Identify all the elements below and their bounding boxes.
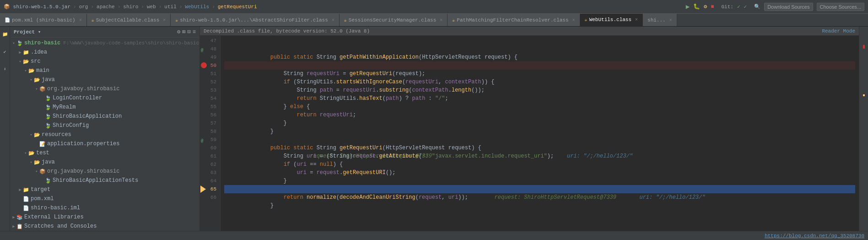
- sidebar-collapse-icon[interactable]: ⊟: [188, 28, 191, 35]
- tab-webutils[interactable]: ☕ WebUtils.class ×: [580, 14, 643, 27]
- tree-item-java-test[interactable]: ▾ 📂 java: [10, 158, 199, 167]
- tree-item-app-props[interactable]: ▶ 📝 application.properties: [10, 139, 199, 148]
- sidebar-gear-icon[interactable]: ≡: [193, 29, 196, 35]
- tree-item-my-realm[interactable]: ▶ 🍃 MyRealm: [10, 103, 199, 112]
- top-bar-right: ▶ 🐛 ⚙ ■ Git: ✓ ✓ 🔍 Download Sources Choo…: [686, 3, 864, 11]
- tab-close-4[interactable]: ×: [572, 18, 575, 23]
- top-bar: 📦 shiro-web-1.5.0.jar › org › apache › s…: [0, 0, 868, 14]
- idea-label: .idea: [31, 49, 47, 55]
- tree-item-pom[interactable]: ▶ 📄 pom.xml: [10, 194, 199, 203]
- mr-label: MyRealm: [53, 104, 75, 110]
- pkg1-icon: 📦: [39, 86, 46, 92]
- status-link[interactable]: https://blog.csdn.net/qq_35208730: [765, 233, 864, 239]
- breadcrumb-jar[interactable]: 📦 shiro-web-1.5.0.jar: [4, 4, 70, 10]
- breadcrumb-web[interactable]: web: [147, 4, 156, 10]
- stop-icon[interactable]: ■: [711, 4, 714, 10]
- tree-item-java[interactable]: ▾ 📂 java: [10, 75, 199, 84]
- sidebar-header: Project ▾ ⚙ ⊞ ⊟ ≡: [10, 27, 199, 38]
- line-47: 47: [200, 37, 220, 45]
- tree-item-resources[interactable]: ▾ 📂 resources: [10, 130, 199, 139]
- breadcrumb-util[interactable]: util: [164, 4, 176, 10]
- status-bar-right: https://blog.csdn.net/qq_35208730: [765, 233, 864, 239]
- tab-path-matching[interactable]: ☕ PathMatchingFilterChainResolver.class …: [447, 14, 580, 27]
- breadcrumb-shiro[interactable]: shiro: [123, 4, 138, 10]
- download-sources-button[interactable]: Download Sources: [764, 3, 813, 11]
- jt-label: java: [42, 159, 55, 165]
- sbat-icon: 🍃: [45, 178, 51, 184]
- tree-item-pkg2[interactable]: ▾ 📦 org.javaboy.shirobasic: [10, 167, 199, 176]
- ap-icon: 📝: [39, 141, 46, 147]
- tree-item-idea[interactable]: ▶ 📁 .idea: [10, 48, 199, 57]
- breadcrumb-method: getRequestUri: [218, 4, 257, 10]
- run-icon[interactable]: ▶: [686, 3, 690, 11]
- code-line-59: public static String getRequestUri(HttpS…: [224, 136, 855, 144]
- tab-close-6[interactable]: ×: [669, 18, 672, 23]
- breadcrumb-apache[interactable]: apache: [97, 4, 115, 10]
- code-line-47: [224, 37, 855, 45]
- status-bar: https://blog.csdn.net/qq_35208730: [0, 231, 868, 240]
- ap-label: application.properties: [47, 141, 119, 147]
- git-check-icon[interactable]: ✓: [737, 4, 740, 10]
- tree-item-scratches[interactable]: ▶ 📋 Scratches and Consoles: [10, 222, 199, 231]
- search-icon[interactable]: 🔍: [754, 4, 760, 10]
- code-line-63: }: [224, 169, 855, 177]
- sc-label: ShiroConfig: [53, 122, 89, 129]
- class-icon-3: ☕: [344, 17, 347, 23]
- class-icon-5: ☕: [585, 17, 588, 22]
- tab-shi[interactable]: shi... ×: [643, 14, 677, 27]
- el-label: External Libraries: [24, 214, 84, 220]
- tree-item-shiro-basic-app[interactable]: ▶ 🍃 ShiroBasicApplication: [10, 112, 199, 121]
- tree-item-pkg1[interactable]: ▾ 📦 org.javaboy.shirobasic: [10, 84, 199, 93]
- line-57: 57: [200, 119, 220, 127]
- git-check2-icon[interactable]: ✓: [744, 4, 747, 10]
- settings-cog-icon[interactable]: ⚙: [177, 28, 180, 35]
- build-icon[interactable]: ⚙: [704, 3, 707, 10]
- pkg1-arrow: ▾: [34, 87, 39, 92]
- tree-item-target[interactable]: ▶ 📁 target: [10, 185, 199, 194]
- pull-requests-icon[interactable]: ⬇: [1, 65, 9, 73]
- code-content[interactable]: public static String getPathWithinApplic…: [221, 36, 859, 231]
- idea-folder-icon: 📁: [23, 49, 29, 55]
- tree-item-main[interactable]: ▾ 📂 main: [10, 66, 199, 75]
- tab-close-2[interactable]: ×: [332, 18, 334, 23]
- iml-icon: 📄: [23, 205, 29, 211]
- tree-item-test[interactable]: ▾ 📂 test: [10, 148, 199, 158]
- tree-root[interactable]: ▾ 🍃 shiro-basic F:\WWW\javaboy-code-samp…: [10, 38, 199, 48]
- code-area[interactable]: 47 @ 48 49 50 51 52 53 54 55 56 57 58: [200, 36, 859, 231]
- breadcrumb-org[interactable]: org: [79, 4, 88, 10]
- commit-icon[interactable]: ✔: [1, 48, 9, 56]
- sidebar-expand-icon[interactable]: ⊞: [182, 28, 185, 35]
- tree-item-shiro-config[interactable]: ▶ 🍃 ShiroConfig: [10, 121, 199, 130]
- tab-close-3[interactable]: ×: [440, 18, 442, 23]
- main-label: main: [36, 67, 49, 74]
- project-icon[interactable]: 📁: [1, 30, 9, 38]
- tab-sessions-security-manager[interactable]: ☕ SessionsSecurityManager.class ×: [340, 14, 447, 27]
- tab-abstract-shiro-filter[interactable]: ☕ shiro-web-1.5.0.jar\...\AbstractShiroF…: [171, 14, 340, 27]
- code-line-49: String contextPath = getContextPath(requ…: [224, 53, 855, 61]
- tabs-bar: 📄 pom.xml (shiro-basic) × ☕ SubjectCalla…: [0, 14, 868, 27]
- breadcrumb-webutils[interactable]: WebUtils: [185, 4, 209, 10]
- code-line-53: return StringUtils.hasText(path) ? path …: [224, 86, 855, 94]
- debug-icon[interactable]: 🐛: [693, 3, 700, 10]
- tree-item-ext-libs[interactable]: ▶ 📚 External Libraries: [10, 213, 199, 222]
- tab-pom-xml[interactable]: 📄 pom.xml (shiro-basic) ×: [0, 14, 87, 27]
- pkg2-icon: 📦: [39, 169, 46, 175]
- tree-item-sba-tests[interactable]: ▶ 🍃 ShiroBasicApplicationTests: [10, 176, 199, 185]
- tab-subject-callable[interactable]: ☕ SubjectCallable.class ×: [87, 14, 171, 27]
- line-59: @ 59: [200, 136, 220, 144]
- sc-icon: 🍃: [45, 123, 51, 129]
- code-line-55: return requestUri;: [224, 103, 855, 111]
- tree-item-login-controller[interactable]: ▶ 🍃 LoginController: [10, 93, 199, 103]
- reader-mode-button[interactable]: Reader Mode: [822, 28, 855, 34]
- choose-sources-button[interactable]: Choose Sources...: [817, 3, 865, 11]
- code-line-66: }: [224, 193, 855, 202]
- code-line-58: [224, 127, 855, 136]
- tree-item-iml[interactable]: ▶ 📄 shiro-basic.iml: [10, 203, 199, 213]
- tab-close-1[interactable]: ×: [163, 18, 166, 23]
- line-50: 50: [200, 61, 220, 70]
- lc-label: LoginController: [53, 95, 102, 101]
- tree-item-src[interactable]: ▾ 📂 src: [10, 57, 199, 66]
- tab-close-0[interactable]: ×: [79, 18, 82, 23]
- tab-close-5[interactable]: ×: [635, 17, 638, 22]
- line-60: 60: [200, 144, 220, 152]
